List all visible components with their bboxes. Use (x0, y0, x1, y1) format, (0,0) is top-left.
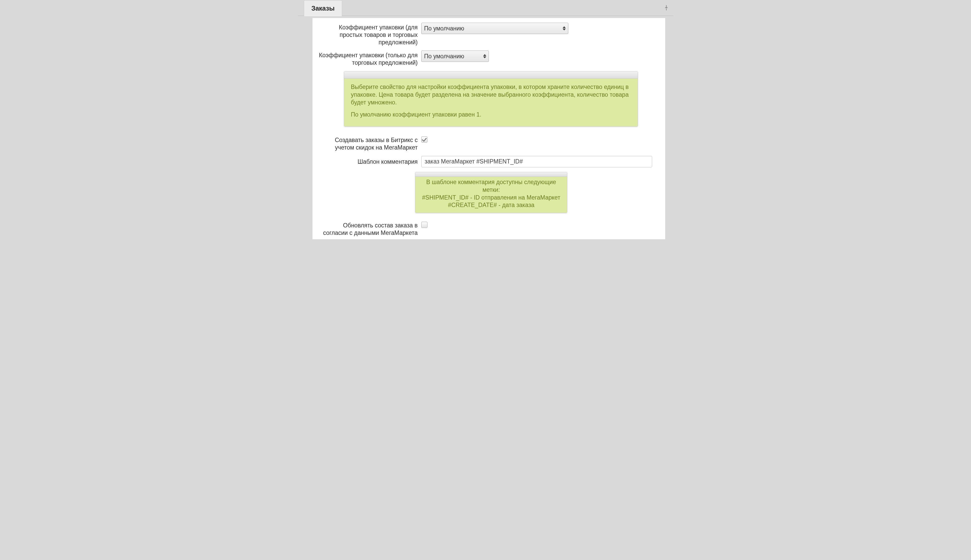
checkbox-update-composition[interactable] (421, 222, 427, 228)
note-comment-template: В шаблоне комментария доступны следующие… (415, 172, 567, 213)
label-comment-template: Шаблон комментария (318, 156, 421, 165)
note-pack-coef: Выберите свойство для настройки коэффици… (344, 71, 638, 127)
label-create-with-discounts: Создавать заказы в Битрикс с учетом скид… (318, 135, 421, 151)
tabbar: Заказы (298, 0, 673, 16)
note-text: В шаблоне комментария доступны следующие… (418, 178, 564, 194)
row-comment-template: Шаблон комментария (318, 156, 660, 167)
row-create-with-discounts: Создавать заказы в Битрикс с учетом скид… (318, 135, 660, 151)
pin-icon[interactable] (663, 4, 670, 11)
select-wrap: По умолчанию (421, 50, 489, 62)
select-wrap: По умолчанию (421, 23, 568, 34)
label-pack-coef-offers: Коэффициент упаковки (только для торговы… (318, 50, 421, 67)
label-pack-coef-all: Коэффициент упаковки (для простых товаро… (318, 23, 421, 46)
checkbox-create-with-discounts[interactable] (421, 137, 427, 143)
select-pack-coef-offers[interactable]: По умолчанию (421, 50, 489, 62)
tab-label: Заказы (311, 5, 335, 12)
label-update-composition: Обновлять состав заказа в согласии с дан… (318, 221, 421, 237)
note-text: #CREATE_DATE# - дата заказа (418, 202, 564, 209)
row-pack-coef-offers: Коэффициент упаковки (только для торговы… (318, 50, 660, 67)
note-body: Выберите свойство для настройки коэффици… (344, 78, 638, 127)
row-update-composition: Обновлять состав заказа в согласии с дан… (318, 221, 660, 237)
note-text: По умолчанию коэффициент упаковки равен … (351, 111, 631, 118)
settings-panel: Коэффициент упаковки (для простых товаро… (312, 18, 666, 239)
tab-orders[interactable]: Заказы (304, 0, 342, 16)
note-head (344, 72, 638, 78)
note-head (415, 172, 567, 177)
input-comment-template[interactable] (421, 156, 652, 167)
note-text: Выберите свойство для настройки коэффици… (351, 83, 631, 107)
note-text: #SHIPMENT_ID# - ID отправления на МегаМа… (418, 194, 564, 202)
select-pack-coef-all[interactable]: По умолчанию (421, 23, 568, 34)
row-pack-coef-all: Коэффициент упаковки (для простых товаро… (318, 23, 660, 46)
note-body: В шаблоне комментария доступны следующие… (415, 177, 567, 213)
